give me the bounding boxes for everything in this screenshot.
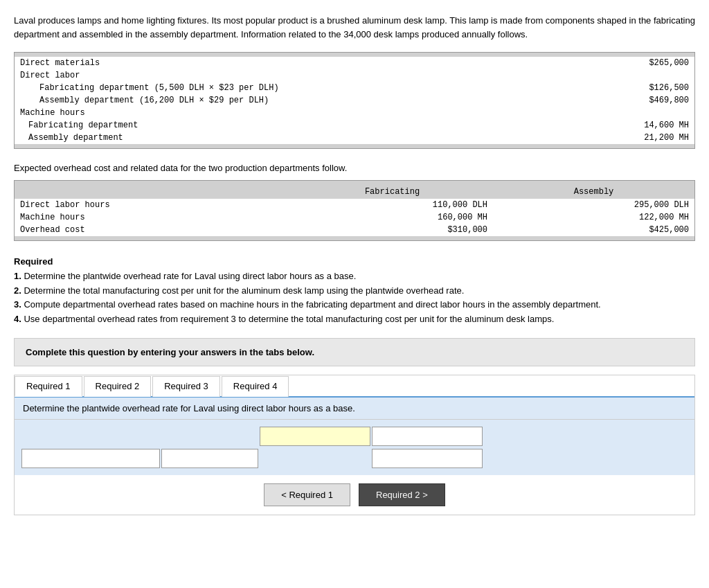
tab-4[interactable]: Required 4 (222, 376, 289, 397)
answer-grid-row1 (21, 427, 688, 446)
cost-row-label: Fabricating department (5,500 DLH × $23 … (15, 82, 577, 94)
intro-text: Laval produces lamps and home lighting f… (14, 14, 695, 41)
required-item-num: 2. (14, 285, 21, 296)
overhead-row-label: Direct labor hours (15, 199, 291, 211)
tab-description-text: Determine the plantwide overhead rate fo… (23, 403, 355, 413)
overhead-intro-text: Expected overhead cost and related data … (14, 163, 695, 173)
answer-cell-header-2 (161, 427, 258, 446)
overhead-row-label: Machine hours (15, 211, 291, 224)
tab-2[interactable]: Required 2 (84, 376, 152, 397)
cost-table-row: Assembly department 21,200 MH (15, 132, 694, 144)
tab-content-description: Determine the plantwide overhead rate fo… (15, 398, 694, 420)
overhead-table-row: Overhead cost $310,000 $425,000 (15, 224, 694, 236)
cost-table-row: Assembly department (16,200 DLH × $29 pe… (15, 94, 694, 107)
required-item: 4. Use departmental overhead rates from … (14, 312, 695, 327)
required-item-text: Compute departmental overhead rates base… (24, 299, 600, 310)
overhead-section: Expected overhead cost and related data … (14, 163, 695, 241)
next-button[interactable]: Required 2 > (359, 483, 445, 506)
cost-table-row: Machine hours (15, 107, 694, 119)
overhead-table-wrap: FabricatingAssembly Direct labor hours 1… (14, 180, 695, 241)
overhead-asm-value: 295,000 DLH (493, 199, 694, 211)
tab-1[interactable]: Required 1 (15, 376, 82, 397)
required-item-text: Use departmental overhead rates from req… (24, 314, 554, 324)
required-item: 2. Determine the total manufacturing cos… (14, 284, 695, 299)
tab-3[interactable]: Required 3 (152, 376, 220, 397)
overhead-row-label: Overhead cost (15, 224, 291, 236)
overhead-fab-value: 110,000 DLH (291, 199, 493, 211)
prev-button[interactable]: < Required 1 (264, 483, 350, 506)
cost-row-label: Fabricating department (15, 119, 577, 132)
cost-row-label: Assembly department (15, 132, 577, 144)
tabs-header: Required 1Required 2Required 3Required 4 (15, 375, 694, 398)
required-title: Required (14, 255, 695, 269)
required-section: Required 1. Determine the plantwide over… (14, 255, 695, 327)
overhead-table: FabricatingAssembly Direct labor hours 1… (15, 181, 694, 240)
required-item: 3. Compute departmental overhead rates b… (14, 298, 695, 312)
cost-row-label: Machine hours (15, 107, 577, 119)
complete-box: Complete this question by entering your … (14, 338, 695, 366)
required-item-text: Determine the total manufacturing cost p… (24, 285, 464, 296)
nav-buttons: < Required 1 Required 2 > (15, 475, 694, 515)
overhead-asm-value: 122,000 MH (493, 211, 694, 224)
cost-row-value: $265,000 (577, 57, 694, 69)
cost-row-label: Direct materials (15, 57, 577, 69)
overhead-header-row: FabricatingAssembly (15, 185, 694, 199)
cost-table-row: Fabricating department (5,500 DLH × $23 … (15, 82, 694, 94)
overhead-col-header-2: Assembly (493, 185, 694, 199)
cost-row-value (577, 69, 694, 82)
cost-table-row: Direct materials $265,000 (15, 57, 694, 69)
overhead-col-header-0 (15, 185, 291, 199)
answer-cell-empty-1 (260, 449, 370, 468)
answer-input-4[interactable] (161, 449, 258, 468)
answer-input-5[interactable] (372, 449, 483, 468)
cost-table-row: Fabricating department 14,600 MH (15, 119, 694, 132)
overhead-asm-value: $425,000 (493, 224, 694, 236)
overhead-table-row: Direct labor hours 110,000 DLH 295,000 D… (15, 199, 694, 211)
cost-row-value: $126,500 (577, 82, 694, 94)
answer-cell-header-1 (21, 427, 160, 446)
cost-row-label: Direct labor (15, 69, 577, 82)
answer-input-1[interactable] (260, 427, 370, 446)
required-item-num: 4. (14, 314, 21, 324)
cost-table-row: Direct labor (15, 69, 694, 82)
required-item-num: 3. (14, 299, 21, 310)
overhead-fab-value: $310,000 (291, 224, 493, 236)
cost-row-value: 21,200 MH (577, 132, 694, 144)
required-item-text: Determine the plantwide overhead rate fo… (24, 271, 356, 281)
overhead-col-header-1: Fabricating (291, 185, 493, 199)
required-item: 1. Determine the plantwide overhead rate… (14, 269, 695, 284)
answer-area (15, 420, 694, 475)
cost-row-value: $469,800 (577, 94, 694, 107)
required-label: Required (14, 256, 53, 267)
answer-input-2[interactable] (372, 427, 483, 446)
answer-input-3[interactable] (21, 449, 160, 468)
answer-grid-row2 (21, 449, 688, 468)
cost-row-value (577, 107, 694, 119)
cost-row-label: Assembly department (16,200 DLH × $29 pe… (15, 94, 577, 107)
tabs-container: Required 1Required 2Required 3Required 4… (14, 375, 695, 515)
complete-box-text: Complete this question by entering your … (26, 347, 314, 357)
overhead-table-row: Machine hours 160,000 MH 122,000 MH (15, 211, 694, 224)
overhead-fab-value: 160,000 MH (291, 211, 493, 224)
cost-row-value: 14,600 MH (577, 119, 694, 132)
cost-data-table: Direct materials $265,000Direct labor Fa… (14, 52, 695, 149)
required-item-num: 1. (14, 271, 21, 281)
